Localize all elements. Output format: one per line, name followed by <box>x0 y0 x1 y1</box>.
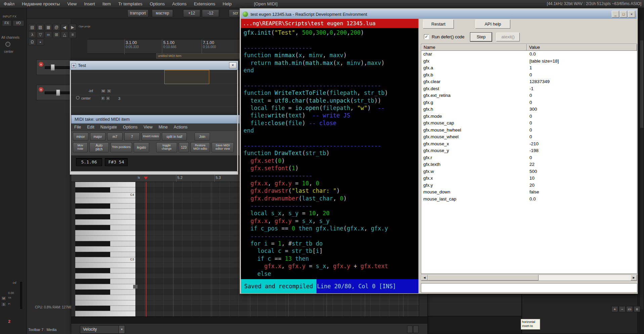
scroll-right-icon[interactable]: ▶ <box>631 275 637 281</box>
run-defer-checkbox[interactable]: ✓ <box>424 34 429 39</box>
black-key[interactable] <box>75 225 135 230</box>
code-line[interactable]: gfx.x, gfx.y = 10, 0 <box>244 180 418 187</box>
splitter-grip[interactable] <box>133 285 137 289</box>
code-line[interactable]: gfx.init("Test", 500,300,0,200,200) <box>244 29 418 36</box>
pan-knob[interactable] <box>5 42 10 47</box>
midi-tb-restore-midi-edito[interactable]: Restore MIDI edito <box>190 142 210 152</box>
black-key[interactable] <box>75 241 135 247</box>
code-line[interactable]: function minmax(x, minv, maxv) <box>244 51 418 59</box>
menu-item-view[interactable]: View <box>63 0 80 8</box>
menu-item-item[interactable]: Item <box>99 0 115 8</box>
toolbar-button-+12[interactable]: +12 <box>183 9 200 17</box>
code-line[interactable]: ------------------ <box>244 232 418 240</box>
envelope-icon[interactable]: △ <box>61 31 68 38</box>
menu-item-insert[interactable]: Insert <box>80 0 99 8</box>
table-row[interactable]: gfx.mouse_hwheel0 <box>421 127 637 134</box>
midi-tb-join[interactable]: Join <box>195 133 210 141</box>
master-fader[interactable] <box>20 282 22 309</box>
code-line[interactable]: gfx.drawstr("last char: ") <box>244 187 418 194</box>
code-line[interactable]: file:write(text) -- write JS <box>244 112 418 119</box>
code-line[interactable] <box>244 36 418 44</box>
table-row[interactable]: gfx.mouse_y-198 <box>421 147 637 154</box>
scrollbar-track[interactable] <box>640 20 643 309</box>
code-line[interactable]: function DrawText(str_tb) <box>244 149 418 157</box>
code-line[interactable]: ---------------------------------------- <box>244 82 418 89</box>
zoom-vertical-icon[interactable]: ≡ <box>634 306 640 312</box>
white-key[interactable]: C3 <box>75 257 135 263</box>
code-line[interactable]: local file = io.open(filepath, "w") -- <box>244 104 418 112</box>
step-button[interactable]: Step <box>470 33 492 41</box>
watch-horizontal-scrollbar[interactable]: ◀ ▶ <box>421 274 637 281</box>
code-line[interactable]: ------------------ <box>244 202 418 210</box>
midi-menu-options[interactable]: Options <box>120 123 140 131</box>
midi-tb-invert-notes[interactable]: Invert notes <box>141 133 160 141</box>
table-row[interactable]: gfx.mode0 <box>421 113 637 120</box>
record-arm-icon[interactable]: a <box>39 62 43 67</box>
table-row[interactable]: gfx[table size=18] <box>421 58 637 65</box>
midi-tb-trim-positions[interactable]: Trim positions <box>111 142 132 152</box>
code-line[interactable]: ------------------ <box>244 172 418 179</box>
new-project-icon[interactable]: ▤ <box>29 24 36 31</box>
table-row[interactable]: gfx.clear12837349 <box>421 78 637 85</box>
grid-icon[interactable]: ⊞ <box>53 31 60 38</box>
close-icon[interactable]: × <box>628 11 635 17</box>
minimize-icon[interactable]: _ <box>612 11 619 17</box>
toolbar-button-transport[interactable]: transport <box>127 9 148 17</box>
table-row[interactable]: gfx.y20 <box>421 182 637 189</box>
link-icon[interactable]: ∞ <box>45 31 52 38</box>
white-key[interactable]: C4 <box>75 193 135 198</box>
test-window-titlebar[interactable]: ▦ Test × <box>70 61 238 70</box>
tab-media[interactable]: Media <box>46 328 56 332</box>
white-key[interactable] <box>75 230 135 236</box>
column-header-name[interactable]: Name <box>421 44 527 51</box>
fx-button[interactable]: FX <box>2 20 11 26</box>
table-row[interactable]: gfx.mouse_wheel0 <box>421 134 637 141</box>
midi-menu-file[interactable]: File <box>71 123 84 131</box>
zoom-out-icon[interactable]: − <box>619 306 626 312</box>
lane-remove-button[interactable] <box>413 326 419 333</box>
midi-tb-legato[interactable]: legato <box>134 142 149 152</box>
atexit-button[interactable]: atexit() <box>496 33 520 41</box>
menu-item-options[interactable]: Options <box>146 0 169 8</box>
white-key[interactable] <box>75 295 135 300</box>
record-arm-icon[interactable]: a <box>39 87 43 92</box>
zoom-in-icon[interactable]: + <box>611 306 618 312</box>
code-line[interactable]: gfx.drawnumber(last_char, 0) <box>244 195 418 202</box>
midi-tb-toggle-change[interactable]: toggle change <box>156 142 177 152</box>
code-line[interactable]: gfx.x, gfx.y = s_x, s_y <box>244 217 418 225</box>
midi-menu-actions[interactable]: Actions <box>171 123 190 131</box>
midi-tb-m7[interactable]: m7 <box>107 133 123 141</box>
table-row[interactable]: gfx.h300 <box>421 106 637 113</box>
timeline-ruler[interactable]: 3.1.000:05.3335.1.000:10.6667.1.000:16.0… <box>87 39 240 54</box>
toolbar-button-мастер[interactable]: мастер <box>152 9 173 17</box>
white-key[interactable] <box>75 198 135 203</box>
code-line[interactable] <box>244 74 418 81</box>
table-row[interactable]: gfx.x10 <box>421 175 637 182</box>
dropdown-arrow-icon[interactable]: ▼ <box>119 326 125 333</box>
column-header-value[interactable]: Value <box>527 44 637 51</box>
table-row[interactable]: gfx.ext_retina0 <box>421 92 637 99</box>
white-key[interactable] <box>75 300 135 306</box>
code-line[interactable]: return math.min(math.max(x, minv),maxv) <box>244 59 418 67</box>
scrollbar-thumb[interactable] <box>428 275 539 281</box>
code-line[interactable]: for i = 1, #str_tb do <box>244 240 418 247</box>
midi-tb-split-in-half[interactable]: split in half <box>162 133 187 141</box>
code-line[interactable]: if c_pos == 0 then gfx.line(gfx.x, gfx.y <box>244 225 418 232</box>
midi-tb-save-midi-editor-view[interactable]: Save MIDI editor view <box>212 142 234 152</box>
save-project-icon[interactable]: ▦ <box>45 24 52 31</box>
toolbar-button--12[interactable]: -12 <box>202 9 219 17</box>
variable-watch-table[interactable]: Name Value char0.0gfx[table size=18]gfx.… <box>421 44 637 274</box>
midi-tb-minor[interactable]: minor <box>73 133 88 141</box>
lines-icon[interactable]: ≡ <box>69 31 76 38</box>
table-row[interactable]: gfx.dest-1 <box>421 85 637 92</box>
redo-icon[interactable]: ▶ <box>69 24 76 31</box>
tab-toolbar7[interactable]: Toolbar 7 <box>28 328 43 332</box>
dots-icon[interactable]: ▪ <box>37 39 44 45</box>
midi-menu-view[interactable]: View <box>140 123 156 131</box>
table-row[interactable]: gfx.mouse_x-210 <box>421 141 637 148</box>
table-row[interactable]: gfx.r0 <box>421 154 637 161</box>
arrange-view[interactable]: 3.1.000:05.3335.1.000:10.6667.1.000:16.0… <box>71 19 240 61</box>
action-lambda-icon[interactable]: λ <box>29 31 36 38</box>
lane-add-button[interactable] <box>407 326 413 333</box>
code-line[interactable]: end <box>244 127 418 134</box>
